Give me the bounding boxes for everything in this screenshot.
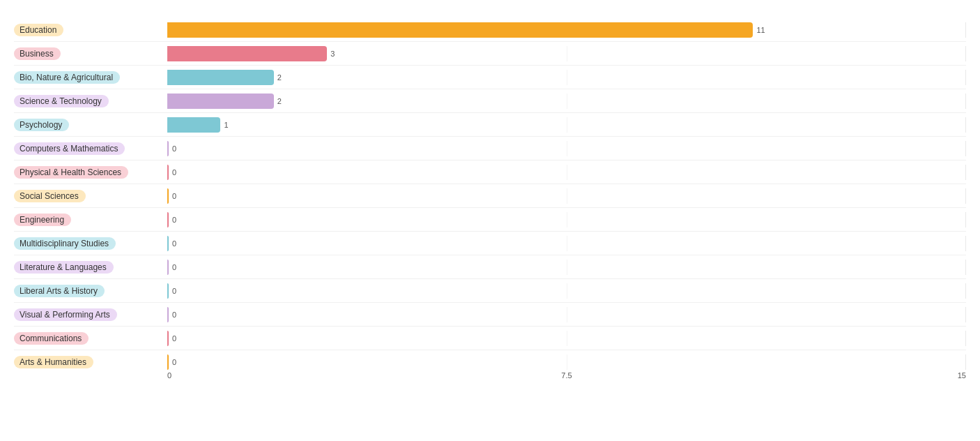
label-pill: Liberal Arts & History — [14, 285, 105, 297]
label-pill: Arts & Humanities — [14, 356, 93, 368]
bar-label: Psychology — [14, 119, 167, 131]
bar-track: 11 — [167, 22, 966, 38]
bar-label: Education — [14, 24, 167, 36]
bar-row: Science & Technology2 — [14, 89, 966, 113]
bar-track: 0 — [167, 212, 966, 227]
bar-track: 0 — [167, 307, 966, 322]
bars-section: Education11Business3Bio, Nature & Agricu… — [14, 18, 966, 368]
bar-label: Literature & Languages — [14, 261, 167, 274]
bar-row: Business3 — [14, 42, 966, 66]
chart-area: Education11Business3Bio, Nature & Agricu… — [14, 18, 966, 384]
bar-track: 0 — [167, 283, 966, 299]
bar-track: 0 — [167, 354, 966, 370]
bar-label: Bio, Nature & Agricultural — [14, 71, 167, 84]
label-pill: Communications — [14, 332, 89, 345]
label-pill: Social Sciences — [14, 190, 86, 202]
bar-label: Visual & Performing Arts — [14, 308, 167, 321]
bar-value: 0 — [172, 358, 176, 366]
bar-value: 2 — [277, 97, 282, 105]
bar-track: 0 — [167, 260, 966, 275]
bar-row: Visual & Performing Arts0 — [14, 303, 966, 327]
bar-label: Physical & Health Sciences — [14, 166, 167, 179]
bar-row: Liberal Arts & History0 — [14, 279, 966, 303]
bar-fill — [167, 307, 169, 322]
bar-row: Education11 — [14, 18, 966, 42]
chart-container: Education11Business3Bio, Nature & Agricu… — [0, 0, 980, 441]
bar-row: Physical & Health Sciences0 — [14, 160, 966, 184]
label-pill: Multidisciplinary Studies — [14, 237, 116, 250]
label-pill: Physical & Health Sciences — [14, 166, 128, 179]
bar-value: 0 — [172, 144, 176, 153]
bar-label: Science & Technology — [14, 95, 167, 107]
bar-track: 3 — [167, 46, 966, 61]
bar-fill — [167, 331, 169, 346]
bar-value: 0 — [172, 216, 176, 224]
bar-value: 0 — [172, 287, 176, 295]
bar-value: 0 — [172, 192, 176, 200]
bar-label: Engineering — [14, 214, 167, 226]
bar-track: 0 — [167, 331, 966, 346]
bar-label: Liberal Arts & History — [14, 285, 167, 297]
bar-value: 3 — [330, 50, 335, 58]
bar-track: 0 — [167, 141, 966, 156]
x-axis-label: 15 — [958, 371, 966, 380]
bar-fill — [167, 70, 274, 85]
bar-row: Bio, Nature & Agricultural2 — [14, 66, 966, 89]
x-axis-labels: 07.515 — [167, 371, 966, 384]
bar-row: Communications0 — [14, 327, 966, 350]
bar-row: Social Sciences0 — [14, 184, 966, 208]
bar-value: 0 — [172, 168, 176, 177]
bar-track: 2 — [167, 94, 966, 109]
bar-label: Communications — [14, 332, 167, 345]
bar-row: Engineering0 — [14, 208, 966, 232]
bar-label: Multidisciplinary Studies — [14, 237, 167, 250]
bar-row: Psychology1 — [14, 113, 966, 137]
bar-value: 2 — [277, 73, 282, 82]
bar-fill — [167, 188, 169, 204]
bar-fill — [167, 94, 274, 109]
bar-track: 0 — [167, 236, 966, 251]
bar-value: 0 — [172, 334, 176, 343]
label-pill: Computers & Mathematics — [14, 142, 125, 155]
label-pill: Engineering — [14, 214, 71, 226]
bar-label: Social Sciences — [14, 190, 167, 202]
label-pill: Education — [14, 24, 63, 36]
bar-fill — [167, 236, 169, 251]
bar-value: 0 — [172, 239, 176, 248]
bar-label: Business — [14, 47, 167, 60]
bar-fill — [167, 283, 169, 299]
bar-track: 2 — [167, 70, 966, 85]
bar-label: Arts & Humanities — [14, 356, 167, 368]
bar-fill — [167, 117, 220, 133]
bar-fill — [167, 260, 169, 275]
label-pill: Literature & Languages — [14, 261, 114, 274]
bar-label: Computers & Mathematics — [14, 142, 167, 155]
bar-value: 0 — [172, 263, 176, 271]
bar-fill — [167, 141, 169, 156]
bar-value: 1 — [224, 121, 228, 129]
bar-track: 0 — [167, 188, 966, 204]
bar-fill — [167, 354, 169, 370]
label-pill: Science & Technology — [14, 95, 109, 107]
bar-row: Multidisciplinary Studies0 — [14, 232, 966, 255]
bar-row: Computers & Mathematics0 — [14, 137, 966, 160]
label-pill: Bio, Nature & Agricultural — [14, 71, 120, 84]
bar-fill — [167, 165, 169, 180]
bar-track: 1 — [167, 117, 966, 133]
label-pill: Visual & Performing Arts — [14, 308, 117, 321]
bar-track: 0 — [167, 165, 966, 180]
bar-value: 0 — [172, 311, 176, 319]
label-pill: Business — [14, 47, 61, 60]
label-pill: Psychology — [14, 119, 69, 131]
bar-fill — [167, 22, 753, 38]
bar-fill — [167, 46, 327, 61]
bar-value: 11 — [756, 26, 765, 34]
bar-fill — [167, 212, 169, 227]
x-axis-label: 7.5 — [561, 371, 572, 380]
bar-row: Arts & Humanities0 — [14, 350, 966, 374]
bar-row: Literature & Languages0 — [14, 255, 966, 279]
x-axis-label: 0 — [167, 371, 171, 380]
